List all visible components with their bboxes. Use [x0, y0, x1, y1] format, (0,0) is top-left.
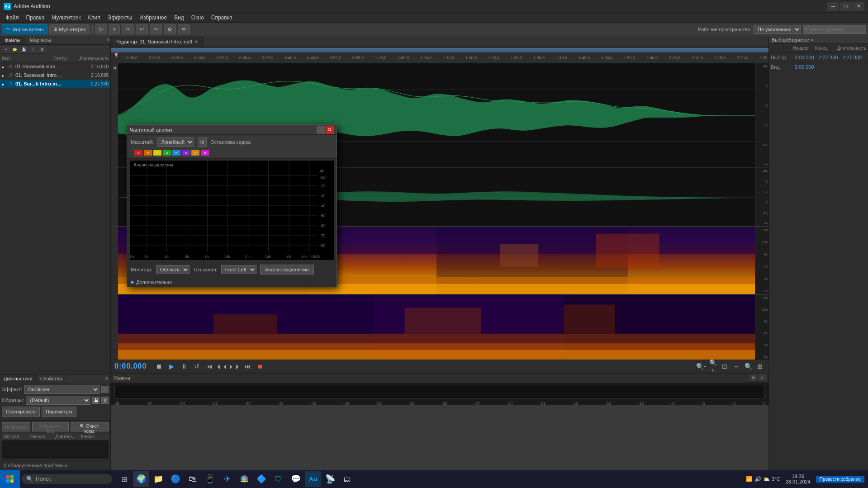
- ch-6[interactable]: 6: [182, 150, 190, 156]
- tab-files[interactable]: Файлы: [0, 36, 25, 44]
- rewind-btn[interactable]: ⏴⏴: [217, 361, 227, 371]
- teamviewer-btn[interactable]: 📡: [322, 471, 338, 487]
- start-button[interactable]: [0, 470, 20, 488]
- dialog-minimize-btn[interactable]: ─: [317, 126, 325, 134]
- repair-all-button[interactable]: Исправить Все: [32, 422, 68, 431]
- levels-settings-btn[interactable]: ⚙: [749, 374, 757, 382]
- sample-save-btn[interactable]: 💾: [92, 397, 100, 404]
- tab-diagnostics[interactable]: Диагностика: [0, 374, 37, 383]
- scale-select[interactable]: Линейный: [157, 137, 194, 147]
- chrome-btn[interactable]: 🔵: [167, 471, 184, 487]
- list-item[interactable]: ▸ 🎵 01 Saraswati intro.flac 2:16.870: [0, 62, 110, 71]
- spectrogram-canvas-lower[interactable]: [118, 295, 755, 360]
- audition-btn[interactable]: Au: [305, 471, 321, 487]
- store-btn[interactable]: 🛍: [185, 471, 201, 487]
- record-btn[interactable]: ⏺: [255, 361, 265, 371]
- waveform-scrollbar[interactable]: [111, 47, 768, 53]
- tab-properties[interactable]: Свойства: [37, 374, 66, 383]
- diag-panel-close[interactable]: ×: [105, 374, 109, 383]
- tool-btn-3[interactable]: ✂: [122, 24, 134, 34]
- dialog-close-btn[interactable]: ✕: [326, 126, 334, 134]
- nav-left-btn[interactable]: ◀: [111, 65, 118, 70]
- scroll-thumb[interactable]: [111, 48, 768, 52]
- zoom-fit-btn[interactable]: ↔: [731, 361, 741, 371]
- tool-btn-4[interactable]: ↩: [136, 24, 148, 34]
- skip-fwd-btn[interactable]: ⏭: [242, 361, 252, 371]
- tool-btn-2[interactable]: ⌖: [109, 24, 120, 34]
- params-button[interactable]: Параметры: [42, 407, 76, 417]
- open-file-btn[interactable]: 📂: [11, 46, 19, 54]
- menu-effects[interactable]: Эффекты: [104, 14, 136, 22]
- menu-favorites[interactable]: Избранное: [136, 14, 171, 22]
- analyze-button[interactable]: Анализ выделения: [260, 265, 314, 275]
- clock[interactable]: 19:36 28.01.2024: [782, 474, 814, 484]
- new-file-btn[interactable]: +: [2, 46, 10, 54]
- menu-multitrack[interactable]: Мультитрек: [48, 14, 84, 22]
- files-panel-close[interactable]: ×: [107, 36, 110, 44]
- meeting-button[interactable]: Провести собрание: [816, 476, 864, 483]
- close-button[interactable]: ✕: [853, 2, 864, 11]
- play-btn[interactable]: ▶: [166, 361, 176, 371]
- tool-btn-5[interactable]: ↪: [150, 24, 162, 34]
- menu-file[interactable]: Файл: [2, 14, 23, 22]
- menu-view[interactable]: Вид: [171, 14, 188, 22]
- help-search-input[interactable]: [803, 25, 866, 34]
- save-file-btn[interactable]: 💾: [20, 46, 28, 54]
- edge-btn[interactable]: 🌍: [133, 471, 149, 487]
- editor-tab[interactable]: Редактор: 01. Saraswati Intro.mp3 ▾: [111, 36, 203, 47]
- ch-1[interactable]: 1: [134, 150, 142, 156]
- kaspersky-btn[interactable]: 🛡: [270, 471, 287, 487]
- tool-btn-6[interactable]: ⊘: [164, 24, 176, 34]
- task-view-btn[interactable]: ⊞: [116, 471, 132, 487]
- dialog-title-bar[interactable]: Частотный анализ ─ ✕: [127, 125, 337, 135]
- sample-del-btn[interactable]: 🗑: [101, 397, 109, 404]
- taskbar-search[interactable]: 🔍 Поиск: [22, 474, 112, 484]
- workspace-select[interactable]: По умолчанию: [754, 25, 801, 34]
- samples-select[interactable]: (Default): [26, 396, 90, 405]
- selection-close[interactable]: ×: [811, 37, 813, 43]
- loop-btn[interactable]: ↺: [192, 361, 202, 371]
- list-item[interactable]: ▸ 🎵 01. Sar...ti Intro.mp3 2:27.330: [0, 80, 110, 88]
- waveform-button[interactable]: 〜 Форма волны: [2, 24, 47, 34]
- pause-btn[interactable]: ⏸: [179, 361, 189, 371]
- chrome-btn-2[interactable]: [236, 471, 252, 487]
- ch-2[interactable]: 2: [144, 150, 152, 156]
- forward-btn[interactable]: ⏵⏵: [230, 361, 240, 371]
- scale-settings-btn[interactable]: ⚙: [198, 137, 207, 147]
- list-item[interactable]: ▸ 🎵 01. Saraswati intro.mp3 2:16.895: [0, 71, 110, 80]
- menu-help[interactable]: Справка: [208, 14, 236, 22]
- zoom-reset-btn[interactable]: ⊡: [720, 361, 730, 371]
- ch-5[interactable]: 5: [172, 150, 180, 156]
- zoom-in-btn[interactable]: 🔍+: [708, 361, 718, 371]
- delete-file-btn[interactable]: 🗑: [38, 46, 46, 54]
- top-channel-select[interactable]: Front Left: [221, 265, 256, 274]
- info-btn[interactable]: i: [101, 386, 109, 393]
- tool-btn-1[interactable]: ▷: [95, 24, 107, 34]
- zoom-in2-btn[interactable]: 🔍: [743, 361, 753, 371]
- skip-back-btn[interactable]: ⏮: [204, 361, 214, 371]
- scan-button[interactable]: Сканировать: [2, 407, 40, 417]
- zoom-full-btn[interactable]: ⊞: [755, 361, 765, 371]
- files-btn[interactable]: 🗂: [339, 471, 356, 487]
- effect-select[interactable]: DeClicker: [24, 385, 100, 394]
- monitor-select[interactable]: Область: [156, 265, 190, 274]
- ch-3[interactable]: 3: [153, 150, 161, 156]
- zoom-out-btn[interactable]: 🔍-: [696, 361, 706, 371]
- stop-btn[interactable]: ⏹: [154, 361, 164, 371]
- viber-btn[interactable]: 📱: [202, 471, 218, 487]
- minimize-button[interactable]: ─: [827, 2, 839, 11]
- repair-button[interactable]: Исправить: [2, 422, 30, 431]
- find-btn[interactable]: 🔍 Очист. норм.: [71, 422, 109, 431]
- menu-edit[interactable]: Правка: [23, 14, 48, 22]
- whatsapp-btn[interactable]: 💬: [288, 471, 304, 487]
- ch-8[interactable]: 8: [201, 150, 209, 156]
- ch-7[interactable]: 7: [191, 150, 199, 156]
- tab-close-icon[interactable]: ▾: [195, 38, 198, 45]
- additional-row[interactable]: ▶ Дополнительно: [127, 277, 337, 287]
- import-btn[interactable]: ⇩: [29, 46, 37, 54]
- maximize-button[interactable]: □: [840, 2, 852, 11]
- telegram-btn[interactable]: ✈: [219, 471, 235, 487]
- menu-window[interactable]: Окно: [188, 14, 208, 22]
- ch-4[interactable]: 4: [163, 150, 171, 156]
- explorer-btn[interactable]: 📁: [150, 471, 166, 487]
